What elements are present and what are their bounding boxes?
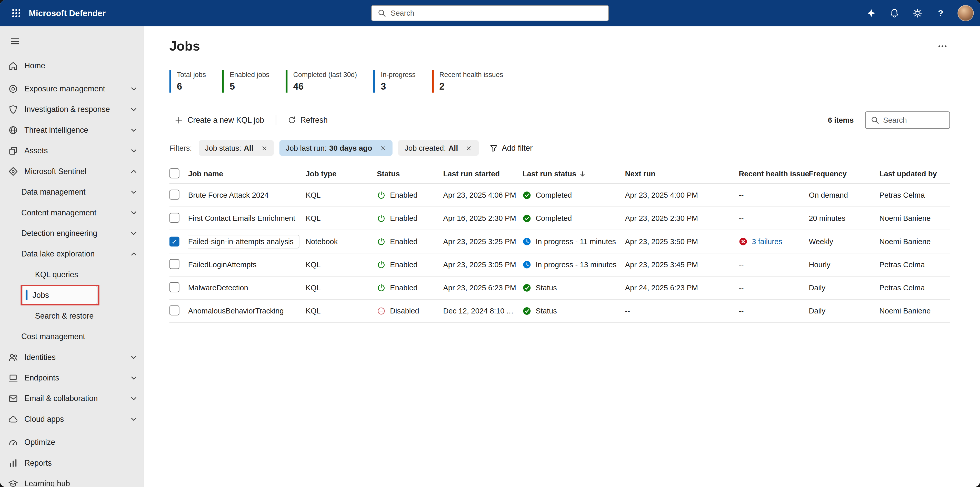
refresh-button[interactable]: Refresh bbox=[282, 113, 333, 128]
frequency: On demand bbox=[809, 191, 879, 200]
sidebar-item-email-collaboration[interactable]: Email & collaboration bbox=[0, 388, 144, 409]
add-filter-button[interactable]: Add filter bbox=[486, 141, 536, 155]
column-header-job-name[interactable]: Job name bbox=[188, 170, 305, 179]
row-checkbox[interactable] bbox=[170, 259, 180, 269]
column-header-next-run[interactable]: Next run bbox=[625, 170, 739, 179]
dismiss-filter-button[interactable] bbox=[259, 143, 269, 153]
frequency: Daily bbox=[809, 283, 879, 292]
table-row[interactable]: AnomalousBehaviorTracking KQL Disabled D… bbox=[170, 300, 950, 323]
job-type: KQL bbox=[305, 191, 377, 200]
app-title: Microsoft Defender bbox=[29, 8, 106, 18]
help-button[interactable]: ? bbox=[931, 3, 950, 23]
job-name[interactable]: Failed-sign-in-attempts analysis bbox=[188, 235, 299, 249]
column-header-last-run-status[interactable]: Last run status bbox=[523, 170, 625, 179]
row-checkbox[interactable] bbox=[170, 189, 180, 199]
people-icon bbox=[8, 352, 18, 362]
column-header-last-updated-by[interactable]: Last updated by bbox=[880, 170, 950, 179]
sidebar-item-optimize[interactable]: Optimize bbox=[0, 432, 144, 452]
updated-by: Petras Celma bbox=[880, 283, 950, 292]
next-run: Apr 23, 2025 3:45 PM bbox=[625, 260, 739, 269]
sidebar-item-microsoft-sentinel[interactable]: Microsoft Sentinel bbox=[0, 161, 144, 181]
completed-check-icon bbox=[523, 191, 531, 200]
in-progress-icon bbox=[523, 260, 531, 269]
column-header-job-type[interactable]: Job type bbox=[305, 170, 377, 179]
copilot-button[interactable] bbox=[861, 3, 881, 23]
sidebar-item-data-lake-exploration[interactable]: Data lake exploration bbox=[0, 243, 144, 264]
sidebar-item-learning-hub[interactable]: Learning hub bbox=[0, 473, 144, 487]
stat-card-enabled-jobs: Enabled jobs 5 bbox=[222, 70, 269, 93]
app-launcher-button[interactable] bbox=[6, 3, 26, 23]
top-bar: Microsoft Defender ? bbox=[0, 0, 980, 26]
in-progress-icon bbox=[523, 237, 531, 246]
table-row[interactable]: Brute Force Attack 2024 KQL Enabled Apr … bbox=[170, 184, 950, 207]
mail-icon bbox=[8, 393, 18, 403]
health-issues: -- bbox=[739, 260, 809, 269]
create-kql-job-button[interactable]: Create a new KQL job bbox=[170, 113, 269, 128]
dismiss-filter-button[interactable] bbox=[378, 143, 388, 153]
sidebar-item-detection-engineering[interactable]: Detection engineering bbox=[0, 223, 144, 243]
global-search-box[interactable] bbox=[371, 5, 609, 21]
job-name[interactable]: First Contact Emails Enrichment bbox=[188, 214, 305, 223]
sidebar-item-investigation-response[interactable]: Investigation & response bbox=[0, 99, 144, 120]
settings-button[interactable] bbox=[907, 3, 928, 23]
dismiss-filter-button[interactable] bbox=[464, 143, 474, 153]
filters-label: Filters: bbox=[170, 144, 192, 152]
job-type: KQL bbox=[305, 307, 377, 315]
home-icon bbox=[8, 60, 18, 70]
next-run: Apr 24, 2025 6:23 PM bbox=[625, 283, 739, 292]
sidebar-item-cloud-apps[interactable]: Cloud apps bbox=[0, 409, 144, 429]
notifications-button[interactable] bbox=[885, 3, 904, 23]
column-header-last-run-started[interactable]: Last run started bbox=[443, 170, 523, 179]
sidebar-item-threat-intelligence[interactable]: Threat intelligence bbox=[0, 120, 144, 140]
table-search-input[interactable] bbox=[883, 116, 944, 125]
table-row[interactable]: MalwareDetection KQL Enabled Apr 23, 202… bbox=[170, 276, 950, 300]
select-all-checkbox[interactable] bbox=[170, 168, 180, 178]
sidebar-item-data-management[interactable]: Data management bbox=[0, 182, 144, 202]
next-run: Apr 23, 2025 4:00 PM bbox=[625, 191, 739, 200]
job-name[interactable]: FailedLoginAttempts bbox=[188, 260, 305, 269]
sidebar-item-endpoints[interactable]: Endpoints bbox=[0, 367, 144, 388]
table-header: Job name Job type Status Last run starte… bbox=[170, 164, 950, 184]
filter-pill-job-last-run[interactable]: Job last run:30 days ago bbox=[280, 140, 393, 156]
chevron-down-icon bbox=[130, 147, 137, 154]
sidebar-item-search-restore[interactable]: Search & restore bbox=[0, 305, 144, 326]
filter-pill-job-status[interactable]: Job status:All bbox=[199, 140, 274, 156]
table-row-selected[interactable]: Failed-sign-in-attempts analysis Noteboo… bbox=[170, 230, 950, 253]
table-row[interactable]: First Contact Emails Enrichment KQL Enab… bbox=[170, 207, 950, 230]
job-name[interactable]: MalwareDetection bbox=[188, 283, 305, 292]
updated-by: Petras Celma bbox=[880, 260, 950, 269]
row-checkbox[interactable] bbox=[170, 305, 180, 315]
column-header-status[interactable]: Status bbox=[377, 170, 443, 179]
job-name[interactable]: Brute Force Attack 2024 bbox=[188, 191, 305, 200]
row-checkbox-checked[interactable] bbox=[170, 236, 180, 246]
table-row[interactable]: FailedLoginAttempts KQL Enabled Apr 23, … bbox=[170, 253, 950, 276]
sidebar-item-content-management[interactable]: Content management bbox=[0, 202, 144, 223]
chevron-down-icon bbox=[130, 188, 137, 195]
column-header-frequency[interactable]: Frequency bbox=[809, 170, 879, 179]
health-issues: -- bbox=[739, 214, 809, 223]
sidebar-item-jobs[interactable]: Jobs bbox=[0, 285, 144, 305]
page-more-options-button[interactable] bbox=[935, 39, 950, 54]
global-search-input[interactable] bbox=[390, 9, 602, 18]
graduation-cap-icon bbox=[8, 478, 18, 487]
column-header-health-issues[interactable]: Recent health issues bbox=[739, 170, 809, 179]
user-avatar[interactable] bbox=[958, 5, 974, 21]
sidebar-item-cost-management[interactable]: Cost management bbox=[0, 326, 144, 346]
app-window: Microsoft Defender ? Home Exposure manag… bbox=[0, 0, 980, 487]
sidebar-item-assets[interactable]: Assets bbox=[0, 140, 144, 161]
row-checkbox[interactable] bbox=[170, 212, 180, 223]
table-search-box[interactable] bbox=[865, 112, 950, 129]
sidebar-item-kql-queries[interactable]: KQL queries bbox=[0, 264, 144, 285]
sidebar-item-reports[interactable]: Reports bbox=[0, 452, 144, 473]
job-name[interactable]: AnomalousBehaviorTracking bbox=[188, 307, 305, 315]
globe-icon bbox=[8, 125, 18, 135]
last-run-started: Apr 16, 2025 2:30 PM bbox=[443, 214, 523, 223]
collapse-sidebar-button[interactable] bbox=[6, 33, 24, 50]
sidebar-item-identities[interactable]: Identities bbox=[0, 346, 144, 367]
sidebar-item-home[interactable]: Home bbox=[0, 55, 144, 76]
cloud-icon bbox=[8, 414, 18, 424]
row-checkbox[interactable] bbox=[170, 282, 180, 292]
sidebar-item-exposure-management[interactable]: Exposure management bbox=[0, 78, 144, 99]
filter-pill-job-created[interactable]: Job created:All bbox=[398, 140, 479, 156]
failures-link[interactable]: 3 failures bbox=[752, 237, 782, 246]
